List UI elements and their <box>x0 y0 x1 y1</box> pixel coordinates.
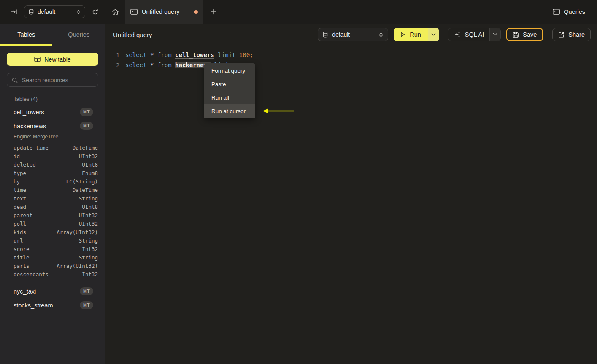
column-name: by <box>14 178 20 185</box>
column-row: parentUInt32 <box>0 211 105 219</box>
column-row: deletedUInt8 <box>0 160 105 169</box>
table-row-nyc-taxi[interactable]: nyc_taxi MT <box>0 284 105 298</box>
run-split-button: Run <box>394 28 439 41</box>
column-type: UInt32 <box>79 221 98 227</box>
table-name: nyc_taxi <box>14 288 36 295</box>
new-table-button[interactable]: New table <box>7 53 98 66</box>
code-line: 1select * from cell_towers limit 100; <box>105 50 597 60</box>
share-button[interactable]: Share <box>552 28 591 41</box>
editor-header: Untitled query default <box>105 24 597 46</box>
tables-section-label: Tables (4) <box>14 96 105 102</box>
new-table-button-label: New table <box>44 56 70 63</box>
sql-editor[interactable]: 1select * from cell_towers limit 100;2se… <box>105 46 597 364</box>
column-row: update_timeDateTime <box>0 143 105 152</box>
column-row: textString <box>0 194 105 202</box>
engine-badge: MT <box>80 108 93 116</box>
column-type: UInt8 <box>82 162 98 168</box>
engine-badge: MT <box>80 301 93 309</box>
tab-bar: Untitled query Queries <box>105 0 597 24</box>
queries-button[interactable]: Queries <box>550 8 588 16</box>
column-row: typeEnum8 <box>0 169 105 177</box>
tab-untitled-query[interactable]: Untitled query <box>125 0 203 24</box>
table-row-hackernews[interactable]: hackernews MT <box>0 119 105 133</box>
table-row-stocks-stream[interactable]: stocks_stream MT <box>0 298 105 312</box>
table-name: hackernews <box>14 123 46 129</box>
column-type: Array(UInt32) <box>57 263 98 269</box>
engine-badge: MT <box>80 122 93 130</box>
column-row: pollUInt32 <box>0 219 105 228</box>
column-type: UInt32 <box>79 153 98 159</box>
menu-item-run-all[interactable]: Run all <box>204 91 255 104</box>
editor-context-menu: Format queryPasteRun allRun at cursor <box>204 63 255 118</box>
column-row: urlString <box>0 236 105 245</box>
column-type: LC(String) <box>66 178 98 185</box>
queries-button-label: Queries <box>564 8 585 15</box>
chevron-down-icon <box>493 33 497 36</box>
database-selector-sidebar[interactable]: default <box>24 5 85 18</box>
search-box[interactable] <box>7 73 98 87</box>
column-name: parent <box>14 212 32 218</box>
database-icon <box>28 9 34 15</box>
run-button-label: Run <box>410 31 421 38</box>
body: Tables Queries New table <box>0 24 597 364</box>
share-button-label: Share <box>568 31 585 38</box>
editor-header-controls: default <box>318 28 591 41</box>
sql-ai-button[interactable]: SQL AI <box>448 28 489 41</box>
refresh-button[interactable] <box>90 7 100 17</box>
column-name: url <box>14 237 23 244</box>
sidebar-tab-tables-label: Tables <box>17 31 35 38</box>
sidebar-tabs: Tables Queries <box>0 24 105 46</box>
home-button[interactable] <box>105 0 125 24</box>
chevron-down-icon <box>431 33 436 36</box>
menu-item-format-query[interactable]: Format query <box>204 64 255 77</box>
play-icon <box>400 32 405 38</box>
column-name: poll <box>14 221 26 227</box>
column-name: dead <box>14 204 26 210</box>
sql-console-app: default <box>0 0 597 364</box>
column-row: idUInt32 <box>0 152 105 160</box>
run-button[interactable]: Run <box>394 28 428 41</box>
column-row: kidsArray(UInt32) <box>0 228 105 236</box>
table-row-cell-towers[interactable]: cell_towers MT <box>0 105 105 119</box>
collapse-sidebar-icon <box>11 9 17 15</box>
database-selector-toolbar[interactable]: default <box>318 28 388 41</box>
column-row: descendantsInt32 <box>0 270 105 278</box>
column-name: text <box>14 195 26 202</box>
menu-item-run-at-cursor[interactable]: Run at cursor <box>204 104 255 118</box>
refresh-icon <box>92 9 98 15</box>
tab-label: Untitled query <box>142 8 179 15</box>
home-icon <box>112 8 119 15</box>
share-external-icon <box>558 32 565 38</box>
search-resources-input[interactable] <box>21 76 93 84</box>
database-selector-value: default <box>38 8 55 15</box>
new-tab-button[interactable] <box>203 0 224 24</box>
column-row: byLC(String) <box>0 177 105 186</box>
sidebar-tab-tables[interactable]: Tables <box>0 24 53 46</box>
column-name: type <box>14 170 26 176</box>
column-name: score <box>14 246 30 252</box>
sparkles-icon <box>454 31 461 38</box>
menu-item-paste[interactable]: Paste <box>204 77 255 91</box>
database-icon <box>322 32 328 38</box>
column-type: Enum8 <box>82 170 98 176</box>
collapse-sidebar-button[interactable] <box>9 7 19 16</box>
column-type: String <box>79 237 98 244</box>
column-name: time <box>14 187 26 193</box>
column-type: UInt32 <box>79 212 98 218</box>
sidebar-header: default <box>0 0 105 24</box>
save-button[interactable]: Save <box>506 28 543 41</box>
column-name: update_time <box>14 145 49 151</box>
column-type: UInt8 <box>82 204 98 210</box>
column-row: partsArray(UInt32) <box>0 262 105 270</box>
terminal-icon <box>130 9 138 15</box>
run-options-button[interactable] <box>428 28 439 41</box>
chevron-updown-icon <box>76 9 81 15</box>
column-type: String <box>79 195 98 202</box>
sidebar: Tables Queries New table <box>0 24 105 364</box>
sidebar-tab-queries-label: Queries <box>68 31 89 38</box>
sidebar-tab-queries[interactable]: Queries <box>53 24 105 46</box>
chevron-updown-icon <box>378 32 384 38</box>
code-text: select * from cell_towers limit 100; <box>119 51 254 58</box>
table-grid-icon <box>34 57 41 62</box>
sql-ai-options-button[interactable] <box>489 28 500 41</box>
